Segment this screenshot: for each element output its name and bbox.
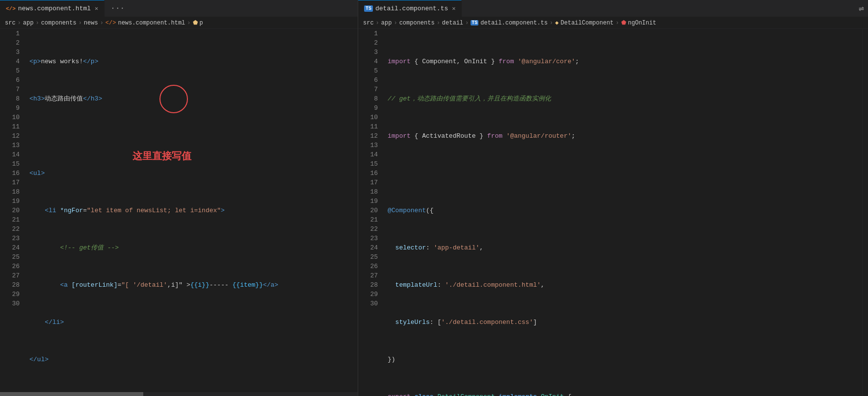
right-code-content: import { Component, OnInit } from '@angu… <box>383 29 862 396</box>
tab-label-news-html: news.component.html <box>18 5 91 12</box>
code-line-4: <ul> <box>29 169 358 178</box>
bc-src: src <box>5 20 16 26</box>
rbc-DetailComponent: DetailComponent <box>561 20 614 26</box>
rcode-line-5: @Component({ <box>388 206 862 215</box>
code-line-1: <p>news works!</p> <box>29 57 358 66</box>
rbc-component-icon: ◆ <box>555 19 558 26</box>
close-tab-detail-ts[interactable]: ✕ <box>452 5 455 12</box>
tab-detail-ts[interactable]: TS detail.component.ts ✕ <box>358 0 462 17</box>
rcode-line-2: // get，动态路由传值需要引入，并且在构造函数实例化 <box>388 94 862 103</box>
bc-filename-html: news.component.html <box>118 20 185 26</box>
code-line-8: ____</li> <box>29 318 358 327</box>
bc-components: components <box>41 20 77 26</box>
code-line-6: ________<!-- get传值 --> <box>29 243 358 252</box>
tab-news-html[interactable]: </> news.component.html ✕ <box>0 0 105 17</box>
right-editor: TS detail.component.ts ✕ ⇌ src › app › c… <box>358 0 868 396</box>
tab-more-button[interactable]: ··· <box>106 4 129 13</box>
tab-icon-ts: TS <box>364 5 373 12</box>
annotation-text-left: 这里直接写值 <box>132 151 191 161</box>
rcode-line-10: export class DetailComponent implements … <box>388 392 862 396</box>
rbc-components: components <box>399 20 435 26</box>
tab-icon-html: </> <box>6 6 16 12</box>
left-code-content: <p>news works!</p> <h3>动态路由传值</h3> <ul> … <box>25 29 358 392</box>
left-scrollbar[interactable] <box>0 392 358 396</box>
bc-html-icon: </> <box>105 20 116 26</box>
rbc-ng-icon: ⬟ <box>621 19 626 26</box>
left-line-numbers: 12345 678910 1112131415 1617181920 21222… <box>0 29 25 392</box>
rcode-line-4 <box>388 169 862 178</box>
bc-news: news <box>84 20 98 26</box>
rcode-line-8: __styleUrls: ['./detail.component.css'] <box>388 318 862 327</box>
code-line-9: </ul> <box>29 355 358 364</box>
rbc-app: app <box>381 20 392 26</box>
rcode-line-7: __templateUrl: './detail.component.html'… <box>388 280 862 290</box>
rbc-ts-icon: TS <box>471 20 478 25</box>
left-tab-bar: </> news.component.html ✕ ··· <box>0 0 358 17</box>
bc-p: p <box>200 20 203 26</box>
rbc-ngOnInit: ngOnInit <box>628 20 657 26</box>
rcode-line-3: import { ActivatedRoute } from '@angular… <box>388 131 862 141</box>
left-breadcrumb: src › app › components › news › </> news… <box>0 17 358 29</box>
right-code-area[interactable]: 12345 678910 1112131415 1617181920 21222… <box>358 29 868 396</box>
rcode-line-6: __selector: 'app-detail', <box>388 243 862 252</box>
right-tab-bar: TS detail.component.ts ✕ ⇌ <box>358 0 868 17</box>
rbc-filename-ts: detail.component.ts <box>480 20 548 26</box>
bc-app: app <box>23 20 34 26</box>
code-line-7: ________<a [routerLink]="[ '/detail',i]"… <box>29 280 358 290</box>
tab-label-detail-ts: detail.component.ts <box>375 5 448 12</box>
split-editor-button[interactable]: ⇌ <box>859 3 868 14</box>
code-line-3 <box>29 131 358 141</box>
rcode-line-9: }) <box>388 355 862 364</box>
code-line-5: ____<li *ngFor="let item of newsList; le… <box>29 206 358 215</box>
rcode-line-1: import { Component, OnInit } from '@angu… <box>388 57 862 66</box>
left-code-area[interactable]: 12345 678910 1112131415 1617181920 21222… <box>0 29 358 392</box>
rbc-detail: detail <box>442 20 463 26</box>
close-tab-news-html[interactable]: ✕ <box>95 5 98 12</box>
rbc-src: src <box>363 20 374 26</box>
right-line-numbers: 12345 678910 1112131415 1617181920 21222… <box>358 29 383 396</box>
left-editor: </> news.component.html ✕ ··· src › app … <box>0 0 358 396</box>
bc-p-icon: ⬟ <box>193 19 198 26</box>
right-breadcrumb: src › app › components › detail › TS det… <box>358 17 868 29</box>
right-minimap <box>862 29 868 396</box>
code-line-2: <h3>动态路由传值</h3> <box>29 94 358 103</box>
